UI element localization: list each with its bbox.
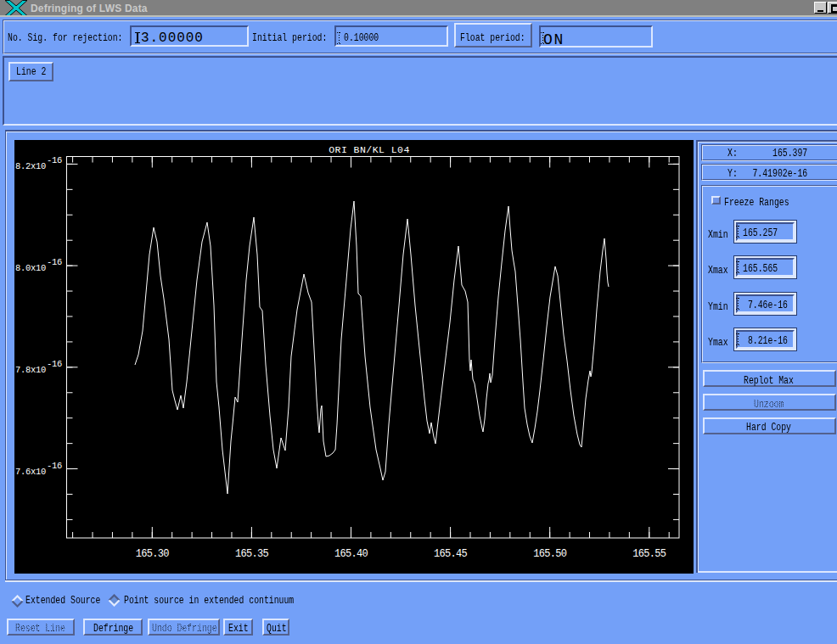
svg-text:-16: -16 [47,155,62,165]
svg-text:8.2x10: 8.2x10 [15,161,46,171]
svg-text:165.45: 165.45 [434,548,468,560]
svg-text:165.35: 165.35 [235,548,269,560]
svg-text:-16: -16 [47,461,62,471]
svg-text:165.40: 165.40 [334,548,368,560]
svg-text:165.30: 165.30 [136,548,170,560]
svg-text:-16: -16 [47,359,62,369]
svg-text:8.0x10: 8.0x10 [15,263,46,273]
svg-text:-16: -16 [47,257,62,267]
svg-text:165.50: 165.50 [533,548,567,560]
svg-text:7.6x10: 7.6x10 [15,467,46,477]
svg-text:ORI BN/KL L04: ORI BN/KL L04 [329,144,410,155]
svg-text:165.55: 165.55 [632,548,666,560]
svg-text:7.8x10: 7.8x10 [15,365,46,375]
